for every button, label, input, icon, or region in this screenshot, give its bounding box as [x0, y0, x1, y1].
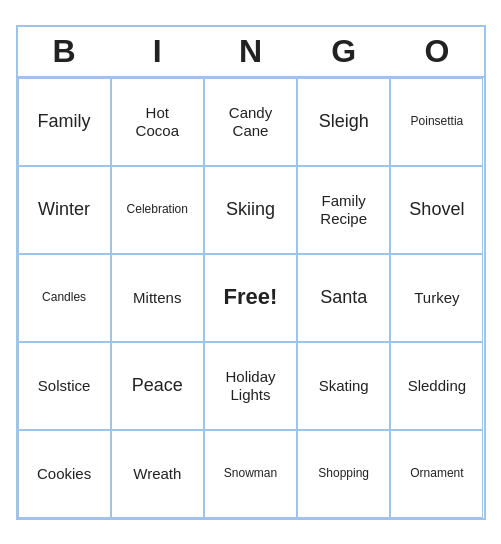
bingo-cell-4[interactable]: Poinsettia: [390, 78, 483, 166]
cell-text-1: HotCocoa: [136, 104, 179, 140]
cell-text-5: Winter: [38, 199, 90, 221]
bingo-cell-6[interactable]: Celebration: [111, 166, 204, 254]
cell-text-24: Ornament: [410, 466, 463, 480]
bingo-cell-7[interactable]: Skiing: [204, 166, 297, 254]
header-letter-n: N: [204, 27, 297, 76]
bingo-cell-19[interactable]: Sledding: [390, 342, 483, 430]
header-letter-i: I: [111, 27, 204, 76]
cell-text-15: Solstice: [38, 377, 91, 395]
bingo-cell-1[interactable]: HotCocoa: [111, 78, 204, 166]
bingo-cell-10[interactable]: Candles: [18, 254, 111, 342]
bingo-cell-13[interactable]: Santa: [297, 254, 390, 342]
bingo-card: BINGO FamilyHotCocoaCandyCaneSleighPoins…: [16, 25, 486, 520]
cell-text-14: Turkey: [414, 289, 459, 307]
cell-text-6: Celebration: [127, 202, 188, 216]
cell-text-11: Mittens: [133, 289, 181, 307]
cell-text-0: Family: [38, 111, 91, 133]
bingo-cell-0[interactable]: Family: [18, 78, 111, 166]
bingo-cell-23[interactable]: Shopping: [297, 430, 390, 518]
cell-text-16: Peace: [132, 375, 183, 397]
bingo-cell-18[interactable]: Skating: [297, 342, 390, 430]
bingo-cell-11[interactable]: Mittens: [111, 254, 204, 342]
bingo-cell-3[interactable]: Sleigh: [297, 78, 390, 166]
cell-text-2: CandyCane: [229, 104, 272, 140]
cell-text-23: Shopping: [318, 466, 369, 480]
bingo-cell-24[interactable]: Ornament: [390, 430, 483, 518]
bingo-cell-16[interactable]: Peace: [111, 342, 204, 430]
bingo-cell-5[interactable]: Winter: [18, 166, 111, 254]
bingo-cell-2[interactable]: CandyCane: [204, 78, 297, 166]
bingo-cell-12[interactable]: Free!: [204, 254, 297, 342]
cell-text-17: HolidayLights: [225, 368, 275, 404]
header-letter-b: B: [18, 27, 111, 76]
cell-text-21: Wreath: [133, 465, 181, 483]
header-letter-g: G: [297, 27, 390, 76]
cell-text-22: Snowman: [224, 466, 277, 480]
cell-text-4: Poinsettia: [411, 114, 464, 128]
cell-text-13: Santa: [320, 287, 367, 309]
header-letter-o: O: [390, 27, 483, 76]
cell-text-18: Skating: [319, 377, 369, 395]
cell-text-8: FamilyRecipe: [320, 192, 367, 228]
bingo-header: BINGO: [18, 27, 484, 76]
cell-text-9: Shovel: [409, 199, 464, 221]
bingo-cell-15[interactable]: Solstice: [18, 342, 111, 430]
bingo-cell-14[interactable]: Turkey: [390, 254, 483, 342]
cell-text-12: Free!: [224, 284, 278, 310]
bingo-grid: FamilyHotCocoaCandyCaneSleighPoinsettiaW…: [18, 76, 484, 518]
cell-text-19: Sledding: [408, 377, 466, 395]
cell-text-20: Cookies: [37, 465, 91, 483]
cell-text-3: Sleigh: [319, 111, 369, 133]
bingo-cell-21[interactable]: Wreath: [111, 430, 204, 518]
bingo-cell-20[interactable]: Cookies: [18, 430, 111, 518]
bingo-cell-9[interactable]: Shovel: [390, 166, 483, 254]
bingo-cell-22[interactable]: Snowman: [204, 430, 297, 518]
bingo-cell-8[interactable]: FamilyRecipe: [297, 166, 390, 254]
cell-text-7: Skiing: [226, 199, 275, 221]
cell-text-10: Candles: [42, 290, 86, 304]
bingo-cell-17[interactable]: HolidayLights: [204, 342, 297, 430]
